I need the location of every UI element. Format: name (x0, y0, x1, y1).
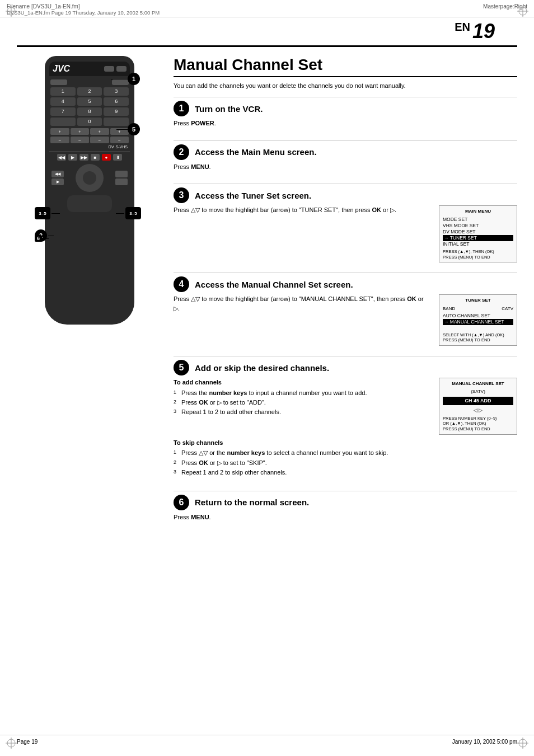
crosshair-top-right (517, 6, 528, 18)
crosshair-bottom-right (517, 738, 528, 750)
dv-label: DV (109, 145, 114, 149)
menu-4-title: TUNER SET (443, 297, 513, 303)
remote-number-grid: 1 2 3 4 5 6 7 8 9 0 (50, 87, 129, 126)
step-5-with-menu: To add channels 1Press the number keys t… (174, 378, 517, 435)
menu-3-item-3: DV MODE SET (443, 229, 513, 235)
footer-date: January 10, 2002 5:00 pm (452, 739, 517, 745)
num-btn-0[interactable]: 0 (77, 118, 102, 126)
crosshair-bottom-left (6, 738, 17, 750)
pause-btn[interactable]: ⏸ (113, 154, 122, 161)
nav-btn-l2[interactable]: ▶ (51, 179, 64, 185)
nav-section: ◀◀ ▶ (51, 164, 128, 192)
nav-circle[interactable] (76, 164, 104, 192)
page-footer: Page 19 January 10, 2002 5:00 pm (0, 735, 534, 745)
step-5-title: Add or skip the desired channels. (195, 363, 329, 373)
page-number-area: EN19 (17, 17, 517, 47)
step-3-text: Press △▽ to move the highlight bar (arro… (174, 205, 428, 217)
intro-text: You can add the channels you want or del… (174, 82, 517, 90)
band-label: BAND (443, 306, 455, 312)
step-4-header: 4 Access the Manual Channel Set screen. (174, 273, 517, 294)
num-btn-9[interactable]: 9 (104, 107, 129, 116)
ctrl-btn-minus4[interactable]: – (110, 137, 129, 143)
ctrl-btn-plus2[interactable]: + (71, 128, 90, 135)
step-3-with-menu: Press △▽ to move the highlight bar (arro… (174, 205, 517, 262)
ctrl-btn-minus3[interactable]: – (90, 137, 109, 143)
step-2-header: 2 Access the Main Menu screen. (174, 141, 517, 162)
ctrl-btn-plus1[interactable]: + (50, 128, 69, 135)
skip-step-2: 2Press OK or ▷ to set to "SKIP". (174, 459, 517, 467)
skip-step-3: 3Repeat 1 and 2 to skip other channels. (174, 468, 517, 477)
menu-5-instruction: PRESS NUMBER KEY (0–9)OR (▲,▼), THEN (OK… (443, 416, 513, 432)
nav-btn-r2[interactable] (115, 179, 128, 185)
skip-channels-list: 1Press △▽ or the number keys to select a… (174, 449, 517, 477)
step-2-number: 2 (174, 144, 189, 160)
step-1-number: 1 (174, 101, 189, 116)
left-column: 1 5 3–5 2 6 3–5 (17, 56, 162, 534)
skip-step-1: 1Press △▽ or the number keys to select a… (174, 449, 517, 457)
play-btn[interactable]: ▶ (68, 154, 77, 161)
step-3-body: Press △▽ to move the highlight bar (arro… (174, 205, 517, 267)
nav-inner (83, 171, 96, 185)
num-btn-5[interactable]: 5 (77, 97, 102, 106)
main-content: 1 5 3–5 2 6 3–5 (0, 47, 534, 543)
remote-mid-btn-1[interactable] (50, 79, 67, 85)
remote-top-btn-2[interactable] (116, 66, 127, 72)
step-5-container: 5 Add or skip the desired channels. To a… (174, 356, 517, 485)
add-channels-heading: To add channels (174, 378, 428, 387)
nav-btn-r1[interactable] (115, 171, 128, 177)
step-1-header: 1 Turn on the VCR. (174, 97, 517, 119)
step-5-body: To add channels 1Press the number keys t… (174, 378, 517, 485)
callout-5: 5 (128, 123, 140, 135)
num-btn-6[interactable]: 6 (104, 97, 129, 106)
step-4-menu-box: TUNER SET BAND CATV AUTO CHANNEL SET → M… (439, 294, 517, 346)
nav-left-btns: ◀◀ ▶ (51, 171, 64, 185)
add-channels-list: 1Press the number keys to input a channe… (174, 389, 428, 417)
filename-label: Filename [DVS3U_1a-EN.fm] (7, 3, 160, 10)
ctrl-btn-minus2[interactable]: – (71, 137, 90, 143)
remote-top-btn-1[interactable] (104, 66, 114, 72)
scroll-wheel[interactable] (67, 195, 112, 212)
rewind-btn[interactable]: ◀◀ (57, 154, 66, 161)
menu-3-item-4: → TUNER SET (443, 235, 513, 241)
num-btn-blank1 (50, 118, 76, 126)
step-3-header: 3 Access the Tuner Set screen. (174, 184, 517, 205)
menu-5-title: MANUAL CHANNEL SET (443, 381, 513, 387)
menu-4-item-1: AUTO CHANNEL SET (443, 313, 513, 319)
crosshair-top-left (6, 6, 17, 18)
num-btn-7[interactable]: 7 (50, 107, 76, 116)
menu-3-title: MAIN MENU (443, 208, 513, 214)
step-2-body: Press MENU. (174, 162, 517, 179)
nav-btn-l1[interactable]: ◀◀ (51, 171, 64, 177)
step-4-body: Press △▽ to move the highlight bar (arro… (174, 294, 517, 350)
step-6-number: 6 (174, 495, 189, 510)
step-1-body: Press POWER. (174, 119, 517, 135)
right-column: Manual Channel Set You can add the chann… (174, 56, 517, 534)
num-btn-8[interactable]: 8 (77, 107, 102, 116)
page-number: 19 (472, 20, 495, 43)
remote-separator-1 (49, 151, 130, 152)
callout-1: 1 (128, 73, 140, 85)
step-6-container: 6 Return to the normal screen. Press MEN… (174, 491, 517, 529)
stop-btn[interactable]: ■ (91, 154, 100, 161)
step-4-container: 4 Access the Manual Channel Set screen. … (174, 273, 517, 350)
ch-line: CH 45 ADD (443, 397, 513, 405)
en-label: EN (455, 21, 470, 33)
num-btn-3[interactable]: 3 (104, 87, 129, 96)
remote-container: 1 5 3–5 2 6 3–5 (34, 56, 146, 325)
menu-3-item-5: INITIAL SET (443, 241, 513, 247)
step-6-header: 6 Return to the normal screen. (174, 491, 517, 513)
skip-channels-heading: To skip channels (174, 438, 517, 448)
rec-btn[interactable]: ● (102, 154, 111, 161)
menu-4-item-2: → MANUAL CHANNEL SET (443, 319, 513, 325)
step-1-container: 1 Turn on the VCR. Press POWER. (174, 97, 517, 135)
step-5-number: 5 (174, 360, 189, 375)
step-3-container: 3 Access the Tuner Set screen. Press △▽ … (174, 184, 517, 267)
ctrl-btn-minus1[interactable]: – (50, 137, 69, 143)
step-3-number: 3 (174, 187, 189, 203)
step-5-text: To add channels 1Press the number keys t… (174, 378, 428, 420)
num-btn-1[interactable]: 1 (50, 87, 76, 96)
ffwd-btn[interactable]: ▶▶ (79, 154, 88, 161)
ctrl-btn-plus3[interactable]: + (90, 128, 109, 135)
num-btn-2[interactable]: 2 (77, 87, 102, 96)
num-btn-4[interactable]: 4 (50, 97, 76, 106)
